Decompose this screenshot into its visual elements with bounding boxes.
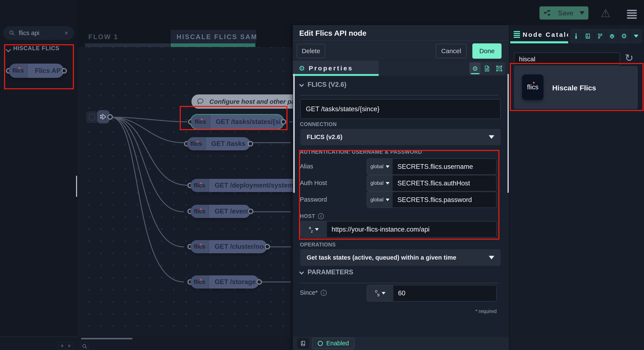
versions-button[interactable]	[594, 29, 606, 43]
collapse-all-button[interactable]: »	[58, 342, 66, 350]
group-collapse-chevron-icon[interactable]	[6, 47, 11, 52]
gear-icon: ⚙	[621, 32, 627, 40]
catalog-list-icon	[514, 30, 520, 39]
info-button[interactable]	[570, 29, 582, 43]
flics-badge: flics	[190, 240, 209, 253]
double-chevron-up-icon: »	[58, 344, 65, 347]
node-label: GET /tasks/states/{since}	[210, 115, 283, 129]
save-dropdown-caret[interactable]	[580, 11, 584, 15]
comment-node[interactable]: Configure host and other paramete	[192, 94, 293, 109]
output-port[interactable]	[256, 279, 262, 285]
flow-node-get-cluster-nodes[interactable]: flics GET /cluster/nodes	[190, 240, 267, 253]
scope-select[interactable]: global	[367, 175, 393, 191]
palette-search-value[interactable]: flics api	[19, 29, 60, 37]
flics-accent-icon	[533, 81, 535, 84]
host-label: HOSTi	[300, 213, 324, 219]
type-select[interactable]: az	[301, 222, 327, 237]
delete-button[interactable]: Delete	[297, 44, 325, 58]
scope-select[interactable]: global	[367, 192, 393, 207]
warning-icon[interactable]: ⚠	[600, 7, 610, 19]
info-icon[interactable]: i	[321, 290, 327, 296]
auth-host-input[interactable]: global SECRETS.flics.authHost	[367, 175, 497, 191]
flics-accent-icon	[200, 243, 202, 246]
catalog-result-hiscale-flics[interactable]: flics Hiscale Flics	[514, 66, 638, 109]
save-button[interactable]: Save	[540, 6, 588, 19]
catalog-scrollbar[interactable]	[508, 74, 509, 193]
refresh-icon[interactable]: ↻	[625, 52, 633, 64]
canvas-horizontal-scrollbar[interactable]	[81, 338, 132, 339]
tab-node-catalog[interactable]: Node Catalog	[522, 31, 568, 38]
flow-node-get-deployment-settings[interactable]: flics GET /deployment/system/settin	[190, 179, 293, 192]
type-select[interactable]: 09	[367, 285, 393, 301]
section-parameters-header[interactable]: PARAMETERS	[308, 268, 353, 276]
since-input[interactable]: 09 60	[367, 285, 497, 302]
node-name-input[interactable]: GET /tasks/states/{since}	[300, 99, 501, 119]
required-note: * required	[460, 309, 497, 314]
operations-label: OPERATIONS	[300, 242, 336, 248]
debug-button[interactable]	[606, 29, 618, 43]
edit-panel-scrollbar[interactable]	[293, 74, 295, 193]
flow-node-get-storages[interactable]: flics GET /storages	[190, 275, 259, 289]
info-icon[interactable]: i	[318, 213, 324, 219]
flics-badge: flics	[187, 137, 206, 150]
tab-properties[interactable]: ⚙ Properties	[293, 61, 379, 76]
settings-button[interactable]: ⚙	[618, 29, 630, 43]
flow-node-get-tasks[interactable]: flics GET /tasks	[187, 137, 250, 150]
connection-select[interactable]: FLICS (v2.6)	[300, 129, 501, 145]
comment-text: Configure host and other paramete	[209, 98, 293, 105]
expand-all-button[interactable]: »	[66, 342, 74, 350]
clear-search-icon[interactable]: ×	[64, 29, 68, 37]
node-catalog-panel: Node Catalog ⚙ hiscal ↻ flics	[510, 25, 644, 350]
number-type-icon: 09	[375, 290, 380, 297]
flow-node-get-tasks-states[interactable]: flics GET /tasks/states/{since}	[190, 114, 284, 130]
enabled-toggle[interactable]: Enabled	[312, 338, 354, 349]
flow-canvas[interactable]: FLOW 1 HISCALE FLICS SAMPL	[78, 0, 293, 350]
sidebar-scrollbar[interactable]	[76, 176, 77, 197]
more-dropdown-button[interactable]	[630, 29, 642, 43]
docs-button[interactable]	[582, 29, 594, 43]
cancel-button[interactable]: Cancel	[436, 44, 466, 58]
section-flics-header[interactable]: FLICS (V2.6)	[308, 81, 346, 88]
palette-node-flics-api[interactable]: flics Flics API	[9, 64, 64, 78]
host-input[interactable]: az https://your-flics-instance.com/api	[300, 221, 497, 237]
view-description-button[interactable]	[481, 62, 493, 75]
palette-group-label[interactable]: HISCALE FLICS	[13, 45, 60, 52]
scope-select[interactable]: global	[367, 159, 393, 174]
flics-accent-icon	[19, 67, 21, 69]
output-port[interactable]	[248, 141, 253, 147]
canvas-zoom-button[interactable]	[81, 343, 89, 350]
view-properties-button[interactable]: ⚙	[469, 62, 481, 75]
palette-search[interactable]: flics api ×	[3, 26, 74, 39]
flow-edges	[78, 0, 293, 350]
flics-logo-tile: flics	[522, 74, 544, 100]
string-type-icon: az	[309, 226, 313, 233]
deploy-icon	[543, 9, 552, 17]
ghost-node	[86, 111, 98, 123]
chevron-down-icon	[489, 256, 494, 259]
auth-host-label: Auth Host	[300, 179, 327, 186]
menu-icon[interactable]	[627, 8, 637, 20]
flics-badge: flics	[190, 275, 209, 289]
flics-accent-icon	[200, 279, 202, 281]
password-input[interactable]: global SECRETS.flics.password	[367, 191, 497, 208]
flow-node-get-events[interactable]: flics GET /events	[190, 205, 250, 218]
view-appearance-button[interactable]	[493, 62, 505, 75]
palette-sidebar: flics api × HISCALE FLICS flics Flics AP…	[0, 0, 78, 350]
output-port[interactable]	[248, 209, 254, 214]
flics-badge: flics	[191, 115, 210, 129]
flics-badge: flics	[190, 179, 209, 192]
output-port[interactable]	[264, 244, 270, 249]
connection-label: CONNECTION	[300, 121, 337, 127]
alias-input[interactable]: global SECRETS.flics.username	[367, 159, 497, 175]
save-label: Save	[555, 9, 576, 17]
catalog-search-input[interactable]: hiscal	[514, 52, 620, 66]
output-port[interactable]	[107, 114, 113, 120]
output-port[interactable]	[281, 119, 286, 125]
document-icon	[484, 65, 490, 72]
node-label: GET /deployment/system/settin	[209, 179, 293, 192]
done-button[interactable]: Done	[472, 43, 502, 59]
output-port[interactable]	[61, 68, 67, 74]
alias-label: Alias	[300, 163, 313, 170]
operations-select[interactable]: Get task states (active, queued) within …	[300, 249, 501, 266]
docs-button[interactable]	[297, 338, 309, 349]
